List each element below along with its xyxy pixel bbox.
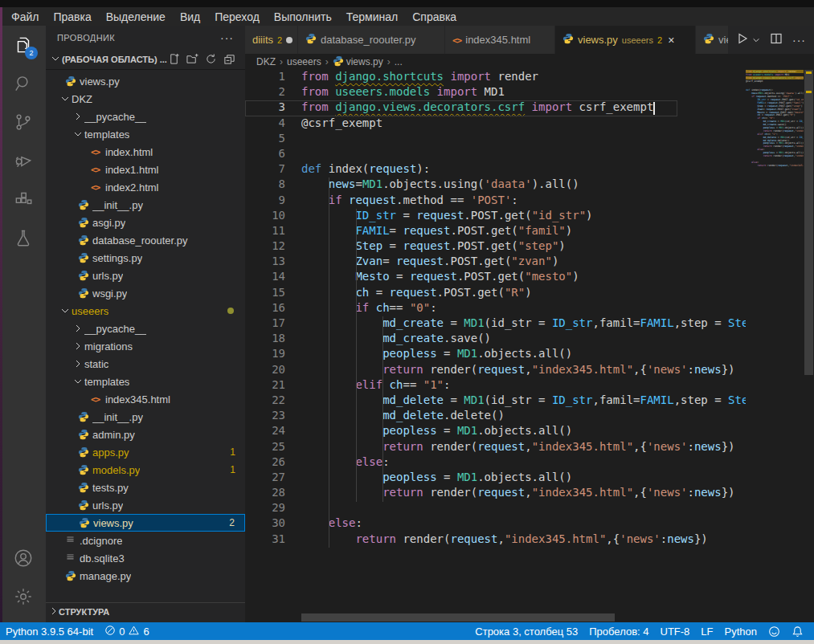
breadcrumb-...[interactable]: ... [395,56,403,67]
tab-views.py[interactable]: views.pyuseeers2× [555,26,696,54]
menu-Файл[interactable]: Файл [5,9,45,25]
source-control-icon[interactable] [0,103,46,141]
extensions-icon[interactable] [0,180,46,218]
vertical-scrollbar-thumb[interactable] [804,70,813,375]
dirty-indicator[interactable] [286,37,292,43]
menu-Вид[interactable]: Вид [174,9,207,25]
horizontal-scrollbar[interactable] [245,613,814,622]
code-line-6[interactable]: 6 [245,147,746,162]
code-line-21[interactable]: 21 elif ch== "1": [245,378,746,393]
status-UTF-8[interactable]: UTF-8 [655,626,696,638]
code-line-5[interactable]: 5 [245,132,746,147]
run-python-file-button[interactable] [736,32,749,48]
code-line-28[interactable]: 28 return render(request,"index345.html"… [245,486,746,501]
code-line-8[interactable]: 8 news=MD1.objects.using('daata').all() [245,177,746,193]
tree-item-__pycache__[interactable]: __pycache__ [46,320,245,337]
tree-item-wsgi.py[interactable]: wsgi.py [46,284,245,302]
tree-item-__init__.py[interactable]: __init__.py [46,196,245,214]
tree-item-migrations[interactable]: migrations [46,337,245,355]
code-line-10[interactable]: 10 ID_str = request.POST.get("id_str") [245,209,746,224]
code-line-31[interactable]: 31 return render(request,"index345.html"… [245,532,746,548]
tree-item-db.sqlite3[interactable]: db.sqlite3 [46,549,245,567]
tree-item-database_roouter.py[interactable]: database_roouter.py [46,231,245,249]
collapse-folders-button[interactable] [223,53,235,67]
notifications-bell-icon[interactable] [786,626,809,638]
code-line-27[interactable]: 27 peopless = MD1.objects.all() [245,471,746,486]
tab-index345.html[interactable]: <>index345.html [445,26,555,54]
code-line-24[interactable]: 24 peopless = MD1.objects.all() [245,424,746,439]
code-line-20[interactable]: 20 return render(request,"index345.html"… [245,363,746,378]
code-line-23[interactable]: 23 md_delete.delete() [245,409,746,424]
search-icon[interactable] [0,64,46,103]
tree-item-admin.py[interactable]: admin.py [46,426,245,443]
feedback-smiley-icon[interactable] [763,626,786,638]
code-line-25[interactable]: 25 return render(request,"index345.html"… [245,440,746,455]
code-line-22[interactable]: 22 md_delete = MD1(id_str = ID_str,famil… [245,393,746,409]
tree-item-tests.py[interactable]: tests.py [46,479,245,496]
code-line-17[interactable]: 17 md_create = MD1(id_str = ID_str,famil… [245,316,746,332]
code-line-2[interactable]: 2from useeers.models import MD1 [245,85,746,100]
menu-Выделение[interactable]: Выделение [100,9,172,25]
code-line-26[interactable]: 26 else: [245,455,746,471]
tab-diiits[interactable]: diiits2 [245,26,298,54]
menu-Правка[interactable]: Правка [47,9,97,25]
menu-Выполнить[interactable]: Выполнить [268,9,338,25]
code-line-16[interactable]: 16 if ch== "0": [245,301,746,316]
sidebar-more-button[interactable]: ··· [220,31,234,44]
tree-item-asgi.py[interactable]: asgi.py [46,214,245,231]
breadcrumb-useeers[interactable]: useeers [287,56,321,67]
problems-status[interactable]: 0 6 [99,625,154,638]
breadcrumb-views.py[interactable]: views.py [333,55,383,69]
tree-item-apps.py[interactable]: apps.py1 [46,443,245,461]
more-actions-button[interactable]: ··· [792,34,806,47]
close-icon[interactable]: × [668,34,674,47]
outline-section-header[interactable]: СТРУКТУРА [46,602,245,621]
status-Python[interactable]: Python [719,626,763,638]
tree-item-__init__.py[interactable]: __init__.py [46,408,245,426]
tree-item-index.html[interactable]: <>index.html [46,143,245,161]
tree-item-views.py[interactable]: views.py2 [46,514,245,532]
overview-ruler[interactable] [804,70,814,613]
tree-item-templates[interactable]: templates [46,373,245,390]
workspace-section-header[interactable]: (РАБОЧАЯ ОБЛАСТЬ) ... [46,50,245,69]
code-line-30[interactable]: 30 else: [245,516,746,532]
tree-item-index345.html[interactable]: <>index345.html [46,390,245,408]
testing-icon[interactable] [0,218,46,257]
code-line-7[interactable]: 7def index(request): [245,162,746,177]
code-line-19[interactable]: 19 peopless = MD1.objects.all() [245,347,746,362]
code-line-18[interactable]: 18 md_create.save() [245,332,746,347]
settings-gear-icon[interactable] [0,577,46,616]
code-line-13[interactable]: 13 Zvan= request.POST.get("zvan") [245,255,746,270]
status-Строка-3-столбец-53[interactable]: Строка 3, столбец 53 [469,626,583,638]
code-line-14[interactable]: 14 Mesto = request.POST.get("mesto") [245,270,746,285]
code-line-4[interactable]: 4@csrf_exempt [245,116,746,132]
split-editor-button[interactable] [770,32,783,48]
new-folder-button[interactable] [186,53,198,67]
tree-item-.dcignore[interactable]: .dcignore [46,532,245,549]
refresh-button[interactable] [205,53,217,67]
tree-item-urls.py[interactable]: urls.py [46,267,245,284]
tree-item-urls.py[interactable]: urls.py [46,496,245,514]
code-line-11[interactable]: 11 FAMIL= request.POST.get("famil") [245,224,746,239]
account-icon[interactable] [0,539,46,577]
menu-Переход[interactable]: Переход [208,9,266,25]
tree-item-static[interactable]: static [46,355,245,373]
tab-database_roouter.py[interactable]: database_roouter.py [298,26,445,54]
tree-item-index1.html[interactable]: <>index1.html [46,161,245,178]
tree-item-__pycache__[interactable]: __pycache__ [46,108,245,125]
python-interpreter-status[interactable]: Python 3.9.5 64-bit [0,626,99,638]
tree-item-manage.py[interactable]: manage.py [46,567,245,585]
new-file-button[interactable] [168,53,180,67]
code-line-15[interactable]: 15 ch = request.POST.get("R") [245,286,746,301]
horizontal-scrollbar-thumb[interactable] [301,613,615,622]
tree-item-models.py[interactable]: models.py1 [46,461,245,479]
status-Пробелов-4[interactable]: Пробелов: 4 [583,626,654,638]
code-line-9[interactable]: 9 if request.method == 'POST': [245,194,746,209]
tree-item-views.py[interactable]: views.py [46,72,245,90]
tree-item-index2.html[interactable]: <>index2.html [46,178,245,196]
minimap[interactable]: from django.shortcuts import renderfrom … [746,70,804,613]
explorer-icon[interactable]: 2 [0,26,46,64]
status-LF[interactable]: LF [695,626,718,638]
run-dropdown-chevron-icon[interactable] [752,33,760,47]
code-editor[interactable]: 1from django.shortcuts import render2fro… [245,70,814,613]
